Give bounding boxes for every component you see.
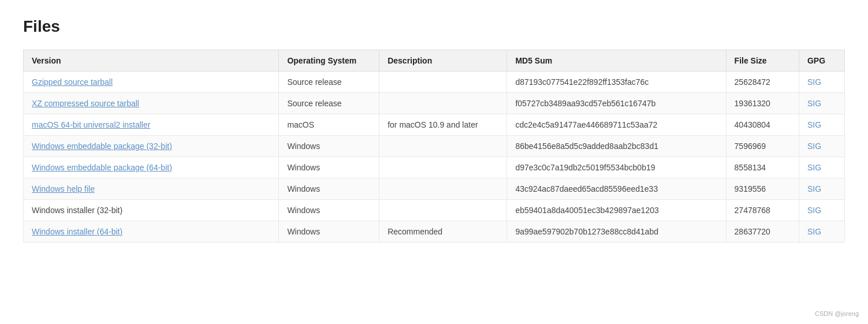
sig-link[interactable]: SIG [807, 163, 821, 172]
sig-link[interactable]: SIG [807, 184, 821, 193]
cell-version: Gzipped source tarball [24, 72, 279, 93]
sig-link[interactable]: SIG [807, 120, 821, 129]
cell-desc [379, 93, 507, 114]
cell-md5: d87193c077541e22f892ff1353fac76c [507, 72, 726, 93]
cell-desc [379, 157, 507, 178]
col-header-md5: MD5 Sum [507, 50, 726, 72]
file-link[interactable]: Windows embeddable package (64-bit) [32, 163, 172, 172]
table-row: macOS 64-bit universal2 installermacOSfo… [24, 114, 845, 136]
version-text: Windows installer (32-bit) [32, 206, 122, 215]
sig-link[interactable]: SIG [807, 141, 821, 151]
cell-gpg: SIG [799, 72, 844, 93]
file-link[interactable]: Gzipped source tarball [32, 77, 113, 87]
cell-desc [379, 200, 507, 221]
col-header-desc: Description [379, 50, 507, 72]
cell-md5: d97e3c0c7a19db2c5019f5534bcb0b19 [507, 157, 726, 178]
cell-md5: cdc2e4c5a91477ae446689711c53aa72 [507, 114, 726, 136]
cell-md5: 86be4156e8a5d5c9added8aab2bc83d1 [507, 136, 726, 157]
col-header-gpg: GPG [799, 50, 844, 72]
sig-link[interactable]: SIG [807, 77, 821, 87]
cell-desc [379, 72, 507, 93]
table-row: Windows help fileWindows43c924ac87daeed6… [24, 178, 845, 200]
file-link[interactable]: Windows installer (64-bit) [32, 227, 122, 236]
cell-version: XZ compressed source tarball [24, 93, 279, 114]
col-header-os: Operating System [279, 50, 379, 72]
cell-desc: Recommended [379, 221, 507, 243]
table-row: Windows embeddable package (32-bit)Windo… [24, 136, 845, 157]
table-row: Windows embeddable package (64-bit)Windo… [24, 157, 845, 178]
file-link[interactable]: macOS 64-bit universal2 installer [32, 120, 150, 129]
cell-md5: 9a99ae597902b70b1273e88cc8d41abd [507, 221, 726, 243]
file-link[interactable]: Windows help file [32, 184, 95, 193]
cell-md5: f05727cb3489aa93cd57eb561c16747b [507, 93, 726, 114]
cell-version: macOS 64-bit universal2 installer [24, 114, 279, 136]
cell-version: Windows help file [24, 178, 279, 200]
files-table: Version Operating System Description MD5… [23, 50, 845, 243]
cell-os: Source release [279, 93, 379, 114]
cell-os: Windows [279, 221, 379, 243]
cell-gpg: SIG [799, 200, 844, 221]
cell-gpg: SIG [799, 157, 844, 178]
cell-gpg: SIG [799, 114, 844, 136]
cell-os: macOS [279, 114, 379, 136]
cell-gpg: SIG [799, 178, 844, 200]
cell-desc: for macOS 10.9 and later [379, 114, 507, 136]
cell-os: Windows [279, 157, 379, 178]
table-row: Gzipped source tarballSource released871… [24, 72, 845, 93]
cell-size: 9319556 [726, 178, 799, 200]
cell-os: Windows [279, 178, 379, 200]
cell-version: Windows embeddable package (32-bit) [24, 136, 279, 157]
cell-size: 8558134 [726, 157, 799, 178]
page-title: Files [23, 17, 845, 36]
cell-version: Windows installer (32-bit) [24, 200, 279, 221]
cell-os: Source release [279, 72, 379, 93]
table-row: Windows installer (64-bit)WindowsRecomme… [24, 221, 845, 243]
col-header-version: Version [24, 50, 279, 72]
cell-size: 40430804 [726, 114, 799, 136]
col-header-size: File Size [726, 50, 799, 72]
cell-size: 19361320 [726, 93, 799, 114]
cell-version: Windows installer (64-bit) [24, 221, 279, 243]
sig-link[interactable]: SIG [807, 99, 821, 108]
cell-md5: 43c924ac87daeed65acd85596eed1e33 [507, 178, 726, 200]
cell-size: 28637720 [726, 221, 799, 243]
cell-version: Windows embeddable package (64-bit) [24, 157, 279, 178]
cell-os: Windows [279, 200, 379, 221]
cell-desc [379, 136, 507, 157]
cell-os: Windows [279, 136, 379, 157]
cell-size: 7596969 [726, 136, 799, 157]
cell-size: 27478768 [726, 200, 799, 221]
cell-size: 25628472 [726, 72, 799, 93]
table-row: XZ compressed source tarballSource relea… [24, 93, 845, 114]
sig-link[interactable]: SIG [807, 206, 821, 215]
cell-gpg: SIG [799, 221, 844, 243]
watermark: CSDN @joreng [815, 310, 859, 317]
cell-md5: eb59401a8da40051ec3b429897ae1203 [507, 200, 726, 221]
file-link[interactable]: XZ compressed source tarball [32, 99, 139, 108]
cell-gpg: SIG [799, 93, 844, 114]
cell-desc [379, 178, 507, 200]
cell-gpg: SIG [799, 136, 844, 157]
table-row: Windows installer (32-bit)Windowseb59401… [24, 200, 845, 221]
file-link[interactable]: Windows embeddable package (32-bit) [32, 141, 172, 151]
sig-link[interactable]: SIG [807, 227, 821, 236]
